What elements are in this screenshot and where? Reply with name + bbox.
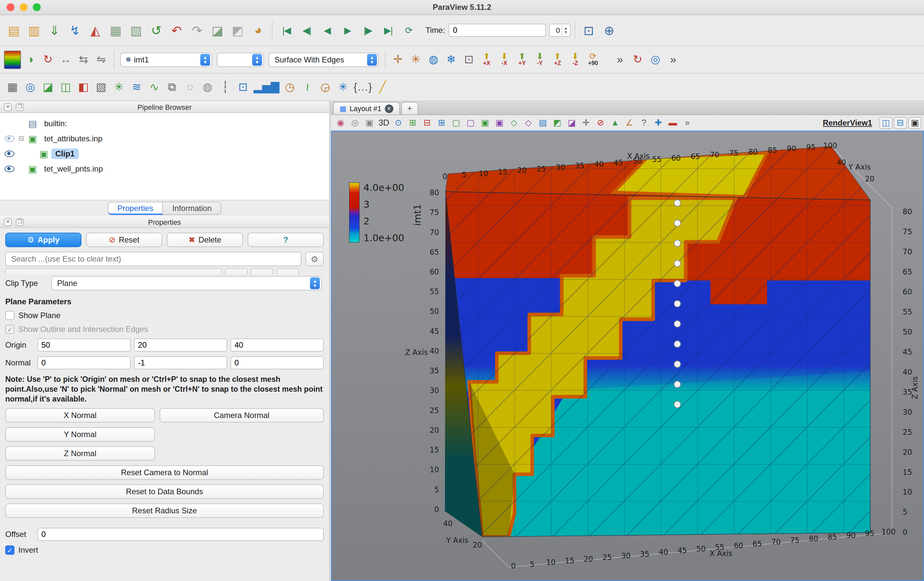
float-dock-icon[interactable]: ❐ — [16, 218, 24, 226]
copy-screenshot-icon[interactable]: ▦ — [106, 20, 125, 41]
close-dock-icon[interactable]: ✕ — [4, 103, 12, 111]
reset-camera-icon[interactable]: ✛ — [389, 50, 406, 69]
render-viewport[interactable]: 0510152025303540455055606570758085909510… — [331, 131, 924, 581]
offset-field[interactable] — [38, 528, 324, 541]
threshold-icon[interactable]: ◧ — [75, 78, 92, 96]
z-normal-button[interactable]: Z Normal — [5, 446, 155, 461]
search-input[interactable] — [5, 252, 302, 266]
color-palette-icon[interactable]: ◕ — [248, 20, 268, 41]
paraview-logo-icon[interactable]: ◭ — [85, 20, 105, 41]
pipeline-item-label[interactable]: tet_attributes.inp — [40, 133, 106, 144]
reset-session-icon[interactable]: ↺ — [147, 20, 166, 41]
close-window-button[interactable] — [7, 3, 15, 11]
zoom-to-box-icon[interactable]: ⊡ — [579, 20, 599, 41]
pipeline-item-label[interactable]: builtin: — [40, 118, 71, 129]
show-center-axes-icon[interactable]: ◎ — [647, 50, 664, 69]
origin-x-field[interactable] — [38, 338, 131, 352]
extract-level-icon[interactable]: ◌ — [181, 78, 198, 96]
paste-screenshot-icon[interactable]: ▧ — [126, 20, 146, 41]
python-calculator-icon[interactable]: {…} — [352, 78, 373, 96]
extract-subset-icon[interactable]: ▧ — [92, 78, 110, 96]
view-minus-z-button[interactable]: ⬇-Z — [567, 50, 584, 69]
probe-icon[interactable]: ┆ — [217, 78, 234, 96]
color-array-combo[interactable]: imt1 ▲▼ — [120, 52, 212, 67]
normal-x-field[interactable] — [38, 356, 131, 369]
camera-undo-icon[interactable]: ◪ — [208, 20, 227, 41]
view-minus-y-button[interactable]: ⬇-Y — [531, 50, 548, 69]
ruler-icon[interactable]: ╱ — [374, 78, 391, 96]
snowflake-icon[interactable]: ❄ — [443, 50, 460, 69]
y-normal-button[interactable]: Y Normal — [5, 427, 155, 442]
pipeline-item-label[interactable]: Clip1 — [51, 148, 79, 159]
save-data-icon[interactable]: ⇓ — [45, 20, 64, 41]
pipeline-item[interactable]: ▤builtin: — [0, 116, 329, 131]
view-plus-z-button[interactable]: ⬆+Z — [549, 50, 566, 69]
camera-normal-button[interactable]: Camera Normal — [160, 408, 324, 423]
calculator-icon[interactable]: ▦ — [4, 78, 21, 96]
origin-z-field[interactable] — [231, 338, 324, 352]
layout-tab[interactable]: ▦ Layout #1 ✕ — [333, 102, 399, 114]
rescale-custom-icon[interactable]: ↔ — [57, 50, 74, 69]
visibility-eye-icon[interactable] — [4, 150, 15, 157]
minimize-window-button[interactable] — [20, 3, 28, 11]
float-dock-icon[interactable]: ❐ — [16, 103, 24, 111]
first-frame-button[interactable]: |◀ — [277, 20, 296, 41]
view-plus-y-button[interactable]: ⬆+Y — [513, 50, 531, 69]
globe-icon[interactable]: ◍ — [425, 50, 442, 69]
contour-icon[interactable]: ◎ — [21, 78, 39, 96]
color-legend-bar[interactable] — [349, 183, 360, 242]
add-layout-tab[interactable]: + — [401, 102, 418, 114]
maximize-view-button[interactable]: ▣ — [908, 117, 921, 129]
save-screenshot-icon[interactable]: ◉ — [333, 116, 347, 129]
hover-points-icon[interactable]: ✛ — [579, 116, 593, 129]
apply-button[interactable]: ⚙Apply — [5, 233, 81, 247]
add-annotation-icon[interactable]: ▲ — [608, 116, 622, 129]
toggle-2d3d-button[interactable]: 3D — [377, 116, 391, 129]
help-icon[interactable]: ? — [637, 116, 651, 129]
select-polygon-icon[interactable]: ◇ — [521, 116, 535, 129]
group-datasets-icon[interactable]: ⧉ — [163, 78, 181, 96]
open-file-icon[interactable]: ▤ — [4, 20, 24, 41]
toggle-camera-link-icon[interactable]: ⊞ — [435, 116, 449, 129]
split-vertical-button[interactable]: ⊟ — [894, 117, 907, 129]
x-normal-button[interactable]: X Normal — [5, 408, 155, 423]
reset-radius-size-button[interactable]: Reset Radius Size — [5, 503, 324, 518]
colormap-editor-icon[interactable] — [4, 50, 21, 69]
view-plus-x-button[interactable]: ⬆+X — [478, 50, 495, 69]
camera-redo-icon[interactable]: ◩ — [228, 20, 248, 41]
delete-button[interactable]: ✖Delete — [167, 233, 243, 247]
rescale-temporal-icon[interactable]: ⇆ — [75, 50, 92, 69]
remove-view-icon[interactable]: ▬ — [666, 116, 680, 129]
clip-type-combo[interactable]: Plane ▲▼ — [51, 276, 322, 290]
zoom-window-button[interactable] — [33, 3, 41, 11]
capture-view-icon[interactable]: ◎ — [348, 116, 362, 129]
pipeline-item[interactable]: ▣tet_well_pnts.inp — [0, 161, 329, 176]
rescale-data-icon[interactable]: ↻ — [40, 50, 56, 69]
overflow2-icon[interactable]: » — [665, 50, 681, 69]
select-cells-on-icon[interactable]: ▢ — [449, 116, 463, 129]
zoom-plus-icon[interactable]: ⊕ — [599, 20, 619, 41]
warp-icon[interactable]: ∿ — [146, 78, 163, 96]
edit-colormap-icon[interactable]: ◑ — [21, 50, 39, 69]
pipeline-item[interactable]: ▣Clip1 — [0, 146, 329, 161]
zoom-bookmark-icon[interactable]: ⊙ — [391, 116, 405, 129]
plot-over-time-icon[interactable]: ◷ — [281, 78, 298, 96]
visibility-eye-icon[interactable] — [4, 135, 15, 142]
add-camera-link-icon[interactable]: ⊞ — [406, 116, 420, 129]
select-points-through-icon[interactable]: ▣ — [493, 116, 507, 129]
add-view-icon[interactable]: ✚ — [652, 116, 665, 129]
select-points-on-icon[interactable]: ▢ — [464, 116, 477, 129]
play-forward-button[interactable]: ▶ — [338, 20, 357, 41]
zoom-to-data-icon[interactable]: ✳ — [407, 50, 424, 69]
close-layout-icon[interactable]: ✕ — [384, 104, 393, 113]
reset-button[interactable]: ⊘Reset — [86, 233, 162, 247]
component-combo[interactable]: ▲▼ — [217, 52, 264, 67]
close-dock-icon[interactable]: ✕ — [4, 218, 12, 226]
view-minus-x-button[interactable]: ⬇-X — [496, 50, 513, 69]
remove-camera-link-icon[interactable]: ⊟ — [420, 116, 434, 129]
interactive-select-cells-icon[interactable]: ◩ — [550, 116, 564, 129]
load-state-icon[interactable]: ▥ — [24, 20, 44, 41]
frame-spinner[interactable]: 0 ▲▼ — [549, 24, 570, 37]
rotate-90-button[interactable]: ⟳+90 — [584, 50, 602, 69]
show-outline-checkbox[interactable]: ✓ — [5, 325, 15, 334]
